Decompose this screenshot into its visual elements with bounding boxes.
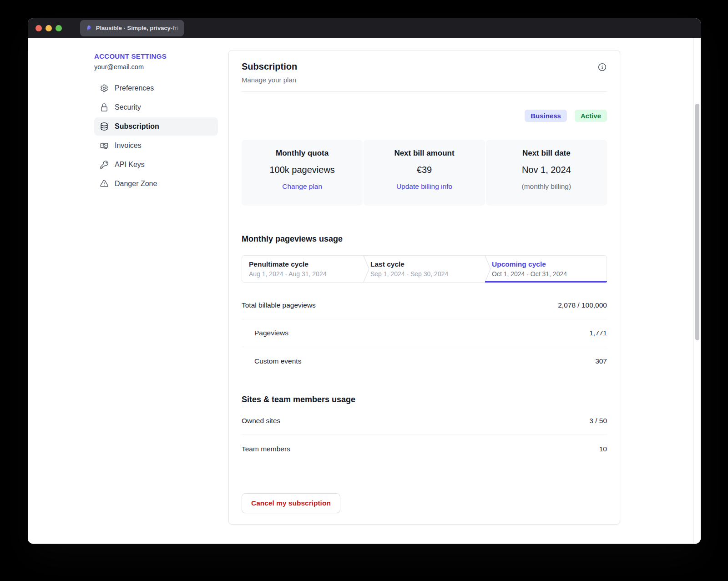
row-label: Pageviews bbox=[254, 329, 288, 337]
plausible-logo-icon bbox=[85, 25, 92, 32]
stat-value: Nov 1, 2024 bbox=[486, 165, 607, 175]
sidebar-item-label: Subscription bbox=[115, 122, 159, 131]
cancel-subscription-button[interactable]: Cancel my subscription bbox=[242, 493, 340, 513]
row-value: 1,771 bbox=[589, 329, 607, 337]
page-title: Subscription bbox=[242, 61, 297, 72]
sidebar-item-invoices[interactable]: Invoices bbox=[94, 136, 218, 155]
table-row-total-billable: Total billable pageviews 2,078 / 100,000 bbox=[242, 292, 607, 319]
pageviews-usage-table: Total billable pageviews 2,078 / 100,000… bbox=[242, 292, 607, 375]
row-label: Total billable pageviews bbox=[242, 301, 316, 309]
table-row-pageviews: Pageviews 1,771 bbox=[242, 319, 607, 347]
tab-date-range: Oct 1, 2024 - Oct 31, 2024 bbox=[492, 270, 607, 278]
status-badge: Active bbox=[575, 110, 607, 122]
row-label: Custom events bbox=[254, 357, 301, 365]
tab-upcoming-cycle[interactable]: Upcoming cycle Oct 1, 2024 - Oct 31, 202… bbox=[485, 256, 607, 282]
minimize-window-button[interactable] bbox=[46, 25, 52, 31]
scrollbar-thumb[interactable] bbox=[695, 104, 699, 340]
tab-label: Upcoming cycle bbox=[492, 260, 607, 268]
tab-label: Penultimate cycle bbox=[249, 260, 364, 268]
stat-title: Next bill date bbox=[486, 149, 607, 158]
close-window-button[interactable] bbox=[35, 25, 42, 31]
database-icon bbox=[100, 122, 109, 131]
row-value: 3 / 50 bbox=[589, 417, 607, 425]
sites-usage-heading: Sites & team members usage bbox=[242, 395, 607, 404]
plan-badges: Business Active bbox=[242, 110, 607, 122]
chevron-separator-icon bbox=[485, 256, 491, 282]
plan-badge: Business bbox=[525, 110, 567, 122]
row-value: 2,078 / 100,000 bbox=[558, 301, 607, 309]
sidebar-item-label: Invoices bbox=[115, 141, 142, 150]
row-label: Team members bbox=[242, 445, 290, 453]
header-divider bbox=[242, 91, 607, 92]
table-row-owned-sites: Owned sites 3 / 50 bbox=[242, 407, 607, 435]
browser-tab-title: Plausible · Simple, privacy-frien bbox=[96, 25, 179, 31]
account-email: your@email.com bbox=[94, 63, 218, 71]
stat-monthly-quota: Monthly quota 100k pageviews Change plan bbox=[242, 140, 363, 206]
sidebar-item-label: Security bbox=[115, 103, 141, 111]
table-row-custom-events: Custom events 307 bbox=[242, 347, 607, 375]
stat-value: €39 bbox=[364, 165, 485, 175]
zoom-window-button[interactable] bbox=[56, 25, 62, 31]
tab-label: Last cycle bbox=[370, 260, 485, 268]
stat-title: Next bill amount bbox=[364, 149, 485, 158]
update-billing-info-link[interactable]: Update billing info bbox=[396, 182, 452, 191]
scrollbar-track[interactable] bbox=[693, 38, 701, 544]
tab-date-range: Aug 1, 2024 - Aug 31, 2024 bbox=[249, 270, 364, 278]
sidebar-item-danger-zone[interactable]: Danger Zone bbox=[94, 175, 218, 193]
gear-icon bbox=[100, 84, 109, 93]
warning-triangle-icon bbox=[100, 179, 109, 188]
row-value: 10 bbox=[599, 445, 607, 453]
sidebar-item-security[interactable]: Security bbox=[94, 98, 218, 116]
window-controls bbox=[28, 25, 62, 31]
browser-window: Plausible · Simple, privacy-frien ACCOUN… bbox=[28, 18, 701, 544]
stat-value: 100k pageviews bbox=[242, 165, 363, 175]
browser-titlebar: Plausible · Simple, privacy-frien bbox=[28, 18, 701, 38]
row-label: Owned sites bbox=[242, 417, 280, 425]
subscription-panel: Subscription Manage your plan Business A… bbox=[228, 50, 620, 525]
table-row-team-members: Team members 10 bbox=[242, 435, 607, 463]
page-subtitle: Manage your plan bbox=[242, 76, 297, 84]
stat-title: Monthly quota bbox=[242, 149, 363, 158]
billing-cycle-tabs: Penultimate cycle Aug 1, 2024 - Aug 31, … bbox=[242, 255, 607, 283]
settings-sidebar: ACCOUNT SETTINGS your@email.com Preferen… bbox=[94, 38, 218, 544]
banknote-icon bbox=[100, 141, 109, 150]
info-button[interactable] bbox=[597, 62, 607, 73]
sidebar-item-api-keys[interactable]: API Keys bbox=[94, 156, 218, 174]
sidebar-item-preferences[interactable]: Preferences bbox=[94, 79, 218, 97]
sidebar-item-label: API Keys bbox=[115, 161, 145, 169]
browser-tab[interactable]: Plausible · Simple, privacy-frien bbox=[80, 20, 184, 36]
pageviews-usage-heading: Monthly pageviews usage bbox=[242, 234, 607, 244]
settings-nav: Preferences Security Subscription Invoic… bbox=[94, 79, 218, 193]
sidebar-item-subscription[interactable]: Subscription bbox=[94, 117, 218, 136]
sidebar-item-label: Preferences bbox=[115, 84, 154, 92]
row-value: 307 bbox=[595, 357, 607, 365]
billing-interval-note: (monthly billing) bbox=[522, 182, 571, 191]
tab-penultimate-cycle[interactable]: Penultimate cycle Aug 1, 2024 - Aug 31, … bbox=[242, 256, 364, 282]
tab-last-cycle[interactable]: Last cycle Sep 1, 2024 - Sep 30, 2024 bbox=[364, 256, 485, 282]
stat-next-bill-amount: Next bill amount €39 Update billing info bbox=[364, 140, 485, 206]
lock-icon bbox=[100, 103, 109, 112]
info-icon bbox=[597, 62, 607, 72]
change-plan-link[interactable]: Change plan bbox=[282, 182, 322, 191]
chevron-separator-icon bbox=[364, 256, 369, 282]
stat-next-bill-date: Next bill date Nov 1, 2024 (monthly bill… bbox=[486, 140, 607, 206]
sidebar-item-label: Danger Zone bbox=[115, 180, 157, 188]
billing-stats: Monthly quota 100k pageviews Change plan… bbox=[242, 140, 607, 206]
account-settings-heading: ACCOUNT SETTINGS bbox=[94, 52, 218, 60]
key-icon bbox=[100, 160, 109, 169]
sites-usage-table: Owned sites 3 / 50 Team members 10 bbox=[242, 407, 607, 463]
tab-date-range: Sep 1, 2024 - Sep 30, 2024 bbox=[370, 270, 485, 278]
